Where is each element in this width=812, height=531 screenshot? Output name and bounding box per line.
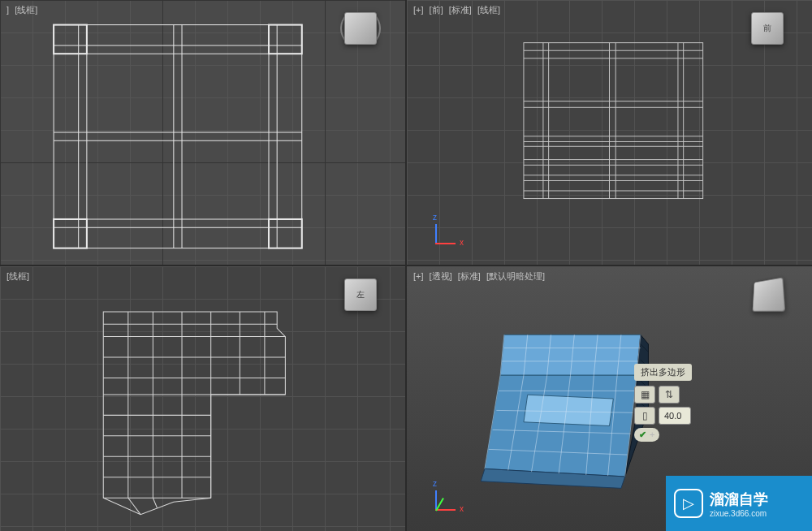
caddy-height-icon[interactable]: ▯	[634, 407, 655, 425]
watermark-url: zixue.3d66.com	[710, 509, 768, 518]
caddy-value-input[interactable]: 40.0	[659, 407, 691, 425]
view-cube-left[interactable]: 左	[344, 278, 385, 319]
viewport-label-top[interactable]: ] [线框]	[6, 4, 41, 16]
svg-rect-14	[269, 25, 302, 54]
watermark-title: 溜溜自学	[710, 490, 768, 509]
svg-line-52	[153, 498, 157, 507]
viewport-grid: ] [线框]	[0, 0, 812, 531]
viewport-label-perspective[interactable]: [+] [透视] [标准] [默认明暗处理]	[413, 270, 548, 283]
view-cube-front[interactable]: 前	[751, 12, 792, 53]
svg-rect-15	[54, 219, 87, 248]
extrude-caddy: 挤出多边形 ▦ ⇅ ▯ 40.0 ✔ +	[634, 364, 692, 445]
watermark-banner: ▷ 溜溜自学 zixue.3d66.com	[666, 476, 812, 531]
svg-rect-0	[54, 25, 302, 248]
viewport-left[interactable]: [线框] 左	[0, 266, 405, 531]
view-cube-perspective[interactable]	[751, 278, 792, 319]
caddy-title: 挤出多边形	[634, 364, 692, 381]
svg-marker-54	[485, 375, 637, 477]
view-cube-top[interactable]	[344, 12, 385, 53]
viewport-front[interactable]: [+] [前] [标准] [线框] 前	[407, 0, 812, 265]
axis-gizmo-perspective[interactable]	[423, 486, 456, 519]
axis-gizmo-front[interactable]	[423, 220, 456, 253]
caddy-confirm-icon[interactable]: ✔	[639, 430, 646, 440]
svg-rect-13	[54, 25, 87, 54]
play-icon: ▷	[674, 489, 703, 518]
viewport-label-front[interactable]: [+] [前] [标准] [线框]	[413, 4, 503, 16]
svg-marker-56	[524, 395, 613, 425]
caddy-mode-button[interactable]: ▦	[634, 386, 655, 404]
svg-rect-16	[269, 219, 302, 248]
viewport-top[interactable]: ] [线框]	[0, 0, 405, 265]
svg-marker-53	[500, 335, 641, 375]
caddy-plus-icon[interactable]: +	[650, 430, 654, 440]
caddy-spinner-toggle[interactable]: ⇅	[659, 386, 680, 404]
viewport-label-left[interactable]: [线框]	[6, 270, 32, 283]
